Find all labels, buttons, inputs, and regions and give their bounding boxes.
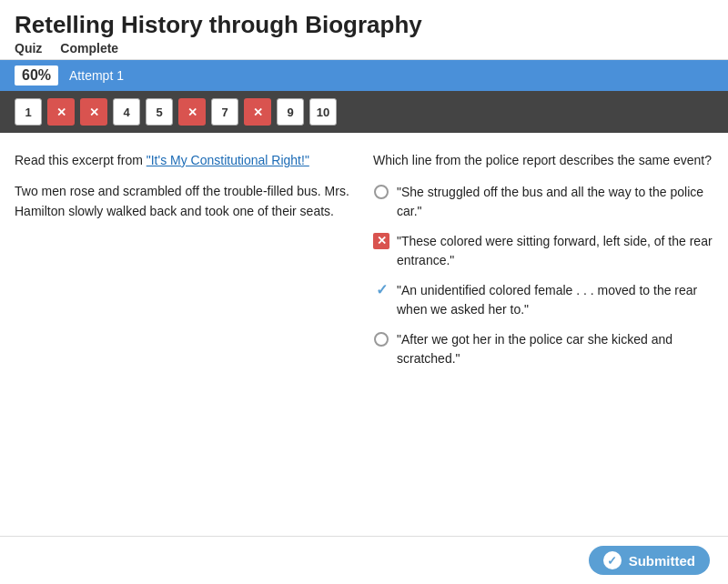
nav-btn-4[interactable]: 4: [113, 98, 140, 126]
quiz-status-row: Quiz Complete: [15, 41, 713, 55]
answer-option-2[interactable]: ✕ "These colored were sitting forward, l…: [373, 232, 713, 270]
nav-btn-9[interactable]: 9: [277, 98, 304, 126]
content-area: Read this excerpt from "It's My Constitu…: [0, 133, 728, 398]
header: Retelling History through Biography Quiz…: [0, 0, 728, 60]
score-badge: 60%: [15, 65, 58, 86]
excerpt-text: Two men rose and scrambled off the troub…: [15, 181, 355, 222]
radio-empty-1: [374, 185, 389, 199]
submitted-check-icon: ✓: [603, 551, 622, 569]
radio-empty-4: [374, 332, 389, 347]
nav-btn-2[interactable]: ✕: [47, 98, 75, 126]
option-text-2: "These colored were sitting forward, lef…: [397, 232, 713, 270]
option-indicator-1: [373, 184, 389, 200]
option-text-3: "An unidentified colored female . . . mo…: [397, 281, 713, 319]
nav-btn-6[interactable]: ✕: [178, 98, 206, 126]
nav-btn-3[interactable]: ✕: [80, 98, 107, 126]
excerpt-link[interactable]: "It's My Constitutional Right!": [147, 153, 309, 167]
option-text-4: "After we got her in the police car she …: [397, 330, 713, 368]
nav-btn-10[interactable]: 10: [309, 98, 337, 126]
complete-label: Complete: [60, 41, 118, 55]
attempt-label: Attempt 1: [69, 68, 124, 83]
submitted-badge: ✓ Submitted: [589, 546, 710, 575]
intro-text: Read this excerpt from: [15, 153, 143, 167]
nav-btn-1[interactable]: 1: [15, 98, 42, 126]
left-panel: Read this excerpt from "It's My Constitu…: [15, 151, 355, 379]
check-mark-icon: ✓: [376, 279, 388, 301]
quiz-label: Quiz: [15, 41, 42, 55]
option-indicator-3: ✓: [373, 282, 389, 298]
answer-option-1[interactable]: "She struggled off the bus and all the w…: [373, 183, 713, 221]
right-panel: Which line from the police report descri…: [373, 151, 713, 379]
question-text: Which line from the police report descri…: [373, 151, 713, 170]
page-title: Retelling History through Biography: [15, 11, 713, 39]
page-wrapper: Retelling History through Biography Quiz…: [0, 0, 728, 584]
submitted-text: Submitted: [629, 553, 695, 569]
question-nav: 1 ✕ ✕ 4 5 ✕ 7 ✕ 9 10: [0, 91, 728, 133]
x-mark-icon: ✕: [373, 233, 389, 249]
score-bar: 60% Attempt 1: [0, 60, 728, 91]
submitted-bar: ✓ Submitted: [0, 536, 728, 584]
option-indicator-4: [373, 331, 389, 347]
answer-option-4[interactable]: "After we got her in the police car she …: [373, 330, 713, 368]
nav-btn-8[interactable]: ✕: [244, 98, 271, 126]
nav-btn-7[interactable]: 7: [211, 98, 238, 126]
option-indicator-2: ✕: [373, 233, 389, 249]
option-text-1: "She struggled off the bus and all the w…: [397, 183, 713, 221]
nav-btn-5[interactable]: 5: [146, 98, 173, 126]
excerpt-intro: Read this excerpt from "It's My Constitu…: [15, 151, 355, 170]
answer-option-3[interactable]: ✓ "An unidentified colored female . . . …: [373, 281, 713, 319]
